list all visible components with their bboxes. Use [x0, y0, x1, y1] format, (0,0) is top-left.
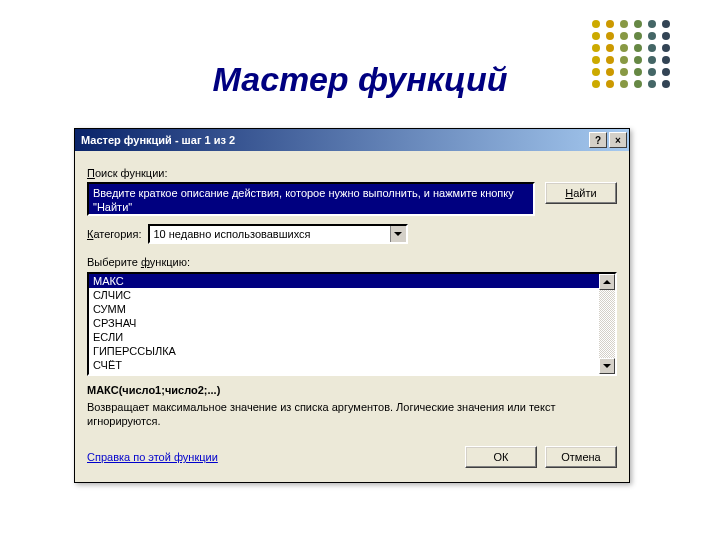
category-label: Категория:: [87, 228, 142, 240]
search-input[interactable]: Введите краткое описание действия, котор…: [87, 182, 535, 216]
close-button[interactable]: ×: [609, 132, 627, 148]
scroll-down-icon[interactable]: [599, 358, 615, 374]
list-item[interactable]: СЧЁТ: [89, 358, 599, 372]
ok-button[interactable]: ОК: [465, 446, 537, 468]
scroll-up-icon[interactable]: [599, 274, 615, 290]
category-combo[interactable]: 10 недавно использовавшихся: [148, 224, 408, 244]
list-item[interactable]: МАКС: [89, 274, 599, 288]
find-button[interactable]: Найти: [545, 182, 617, 204]
select-function-label: Выберите функцию:: [87, 256, 617, 268]
list-item[interactable]: ЕСЛИ: [89, 330, 599, 344]
search-label: Поиск функции:: [87, 167, 617, 179]
titlebar: Мастер функций - шаг 1 из 2 ? ×: [75, 129, 629, 151]
list-item[interactable]: СРЗНАЧ: [89, 316, 599, 330]
help-link[interactable]: Справка по этой функции: [87, 451, 218, 463]
category-value: 10 недавно использовавшихся: [150, 226, 390, 242]
function-syntax: МАКС(число1;число2;...): [87, 384, 617, 396]
dialog-title: Мастер функций - шаг 1 из 2: [81, 134, 587, 146]
chevron-down-icon[interactable]: [390, 226, 406, 242]
cancel-button[interactable]: Отмена: [545, 446, 617, 468]
function-wizard-dialog: Мастер функций - шаг 1 из 2 ? × Поиск фу…: [74, 128, 630, 483]
help-button[interactable]: ?: [589, 132, 607, 148]
page-title: Мастер функций: [0, 60, 720, 99]
list-item[interactable]: СУММ: [89, 302, 599, 316]
list-item[interactable]: ГИПЕРССЫЛКА: [89, 344, 599, 358]
scrollbar[interactable]: [599, 274, 615, 374]
function-listbox[interactable]: МАКССЛЧИССУММСРЗНАЧЕСЛИГИПЕРССЫЛКАСЧЁТ: [87, 272, 617, 376]
function-description: Возвращает максимальное значение из спис…: [87, 400, 617, 428]
list-item[interactable]: СЛЧИС: [89, 288, 599, 302]
